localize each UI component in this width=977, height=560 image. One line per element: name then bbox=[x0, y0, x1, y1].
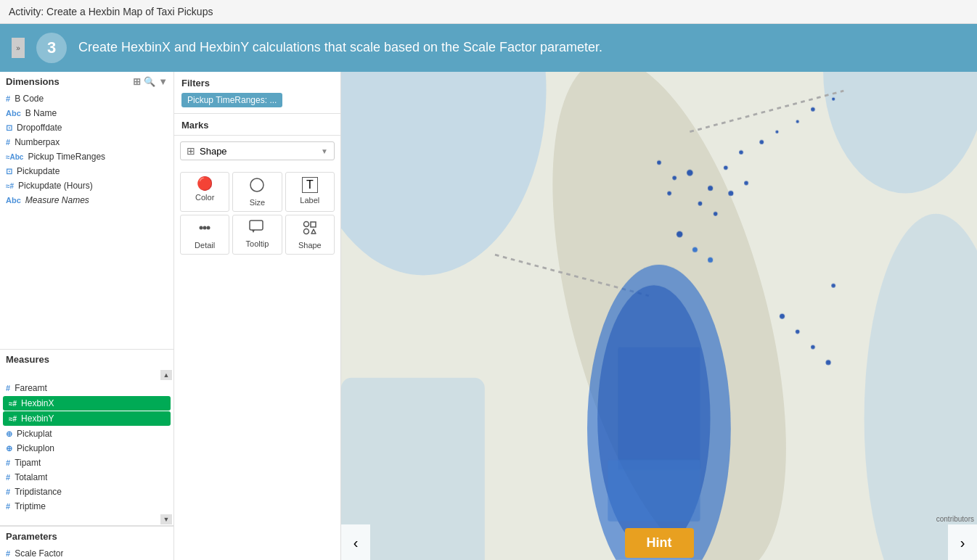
tooltip-icon bbox=[249, 220, 265, 236]
svg-point-2 bbox=[203, 226, 207, 230]
marks-type-label: Shape bbox=[200, 146, 321, 157]
list-item[interactable]: # Totalamt bbox=[0, 470, 173, 485]
svg-marker-5 bbox=[252, 230, 255, 233]
date-icon: ⊡ bbox=[6, 167, 12, 176]
scroll-down-area: ▼ bbox=[0, 514, 173, 525]
parameters-section: Parameters # Scale Factor bbox=[0, 525, 173, 560]
svg-point-21 bbox=[708, 186, 713, 191]
svg-point-29 bbox=[698, 202, 703, 206]
list-item[interactable]: ⊕ Pickuplon bbox=[0, 441, 173, 456]
list-item[interactable]: # Scale Factor bbox=[0, 546, 173, 560]
collapse-button[interactable]: » bbox=[12, 38, 25, 58]
list-item[interactable]: ⊡ Pickupdate bbox=[0, 164, 173, 178]
svg-point-45 bbox=[667, 192, 671, 196]
label-label: Label bbox=[300, 196, 319, 205]
geo-icon: ⊕ bbox=[6, 429, 12, 439]
list-item[interactable]: ⊕ Pickuplat bbox=[0, 427, 173, 441]
list-item[interactable]: ⊡ Dropoffdate bbox=[0, 120, 173, 135]
scroll-down-button[interactable]: ▼ bbox=[160, 514, 172, 524]
dimensions-header-icons: ⊞ 🔍 ▼ bbox=[133, 76, 168, 87]
number-icon: # bbox=[6, 94, 10, 103]
size-button[interactable]: Size bbox=[232, 172, 282, 212]
svg-point-25 bbox=[775, 131, 778, 133]
svg-point-31 bbox=[728, 191, 733, 196]
list-item[interactable]: # Tipamt bbox=[0, 456, 173, 470]
svg-point-32 bbox=[744, 181, 748, 185]
number-icon: # bbox=[6, 384, 10, 392]
marks-panel: Marks ⊞ Shape ▼ 🔴 Color bbox=[174, 114, 340, 260]
step-number: 3 bbox=[36, 33, 67, 63]
main-container: » 3 Create HexbinX and HexbinY calculati… bbox=[0, 24, 977, 560]
list-item[interactable]: # B Code bbox=[0, 91, 173, 106]
bottom-bar: ‹ Hint › bbox=[341, 524, 977, 560]
expand-icon[interactable]: ▼ bbox=[158, 76, 168, 87]
step-banner: » 3 Create HexbinX and HexbinY calculati… bbox=[0, 24, 977, 72]
list-item-hexbinx[interactable]: ≈# HexbinX bbox=[3, 396, 171, 411]
step-text: Create HexbinX and HexbinY calculations … bbox=[78, 38, 602, 57]
list-item[interactable]: # Triptime bbox=[0, 499, 173, 514]
svg-point-39 bbox=[826, 360, 831, 365]
field-label: Pickuplat bbox=[17, 429, 52, 439]
number-icon: # bbox=[6, 502, 10, 511]
field-label: Tipamt bbox=[15, 458, 41, 468]
svg-point-43 bbox=[657, 160, 661, 165]
tooltip-label: Tooltip bbox=[246, 239, 269, 248]
field-label: B Code bbox=[15, 94, 44, 104]
size-label: Size bbox=[250, 198, 265, 207]
detail-button[interactable]: Detail bbox=[180, 215, 229, 255]
dimensions-list: # B Code Abc B Name ⊡ Dropoffdate # bbox=[0, 91, 173, 349]
filter-chip[interactable]: Pickup TimeRanges: ... bbox=[181, 93, 282, 107]
chevron-down-icon: ▼ bbox=[321, 147, 328, 155]
abc-icon: Abc bbox=[6, 109, 21, 118]
list-item[interactable]: # Fareamt bbox=[0, 381, 173, 395]
color-label: Color bbox=[195, 193, 214, 202]
marks-label: Marks bbox=[174, 114, 340, 136]
field-label: Pickupdate (Hours) bbox=[18, 181, 93, 191]
marks-type-dropdown[interactable]: ⊞ Shape ▼ bbox=[180, 141, 335, 160]
filters-section: Filters Pickup TimeRanges: ... bbox=[174, 72, 340, 114]
field-label: B Name bbox=[25, 108, 57, 118]
measures-list: ▲ # Fareamt ≈# HexbinX ≈# bbox=[0, 369, 173, 525]
list-item[interactable]: ≈Abc Pickup TimeRanges bbox=[0, 149, 173, 164]
calc-number-icon: ≈# bbox=[6, 182, 14, 190]
svg-point-44 bbox=[672, 176, 676, 180]
field-label: Pickup TimeRanges bbox=[28, 152, 105, 162]
svg-rect-41 bbox=[618, 347, 700, 470]
shape-icon bbox=[302, 220, 318, 238]
list-item[interactable]: # Numberpax bbox=[0, 135, 173, 149]
shape-button[interactable]: Shape bbox=[285, 215, 335, 255]
prev-button[interactable]: ‹ bbox=[341, 524, 370, 560]
scroll-up-button[interactable]: ▲ bbox=[160, 370, 172, 380]
grid-icon[interactable]: ⊞ bbox=[133, 76, 141, 87]
list-item[interactable]: Abc B Name bbox=[0, 106, 173, 120]
next-button[interactable]: › bbox=[948, 524, 977, 560]
svg-point-38 bbox=[811, 345, 815, 350]
map-area: contributors ‹ Hint › bbox=[341, 72, 977, 560]
svg-point-1 bbox=[200, 226, 203, 230]
list-item[interactable]: ≈# Pickupdate (Hours) bbox=[0, 178, 173, 193]
svg-rect-42 bbox=[608, 460, 700, 522]
color-button[interactable]: 🔴 Color bbox=[180, 172, 229, 212]
list-item[interactable]: Abc Measure Names bbox=[0, 193, 173, 207]
svg-point-23 bbox=[739, 150, 743, 155]
measures-header: Measures bbox=[0, 350, 173, 369]
field-label: HexbinY bbox=[21, 413, 54, 424]
label-button[interactable]: T Label bbox=[285, 172, 335, 212]
left-panel-inner: Dimensions ⊞ 🔍 ▼ # B Code A bbox=[0, 72, 340, 560]
svg-point-27 bbox=[811, 107, 815, 112]
svg-marker-9 bbox=[311, 229, 316, 234]
svg-rect-4 bbox=[250, 221, 263, 230]
measures-label: Measures bbox=[6, 354, 49, 365]
svg-point-34 bbox=[692, 247, 698, 252]
svg-point-35 bbox=[708, 258, 713, 263]
detail-label: Detail bbox=[195, 241, 215, 250]
dimensions-header: Dimensions ⊞ 🔍 ▼ bbox=[0, 72, 173, 91]
hint-button[interactable]: Hint bbox=[625, 528, 694, 558]
page-title: Activity: Create a Hexbin Map of Taxi Pi… bbox=[0, 0, 977, 24]
tooltip-button[interactable]: Tooltip bbox=[232, 215, 282, 255]
list-item-hexbiny[interactable]: ≈# HexbinY bbox=[3, 411, 171, 426]
svg-point-33 bbox=[676, 231, 682, 237]
field-label: Scale Factor bbox=[15, 548, 63, 559]
search-icon[interactable]: 🔍 bbox=[144, 76, 155, 87]
list-item[interactable]: # Tripdistance bbox=[0, 485, 173, 499]
